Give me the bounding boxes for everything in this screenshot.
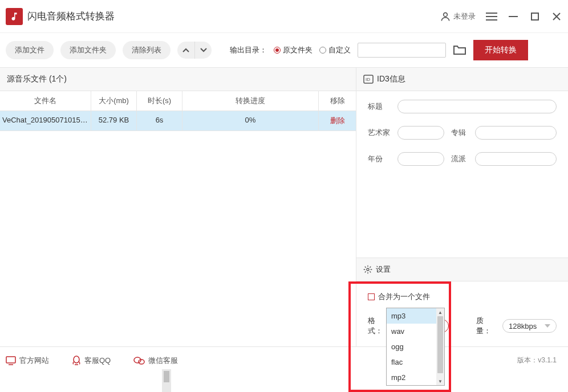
maximize-button[interactable] [529, 11, 541, 22]
maximize-icon [531, 13, 539, 21]
user-icon [440, 11, 451, 22]
radio-icon [319, 47, 326, 54]
toolbar: 添加文件 添加文件夹 清除列表 输出目录： 原文件夹 自定义 开始转换 [0, 33, 568, 67]
svg-text:ID: ID [366, 77, 370, 82]
svg-point-13 [74, 356, 79, 363]
official-website-link[interactable]: 官方网站 [6, 356, 49, 366]
id3-title-label: 标题 [368, 101, 391, 112]
id3-album-input[interactable] [475, 126, 557, 140]
caret-down-icon [545, 324, 550, 328]
start-convert-button[interactable]: 开始转换 [473, 40, 528, 60]
close-button[interactable] [551, 11, 562, 22]
col-remove: 移除 [319, 91, 356, 111]
wechat-support-link[interactable]: 微信客服 [133, 356, 178, 366]
col-progress: 转换进度 [182, 91, 319, 111]
hamburger-icon [486, 12, 497, 21]
svg-rect-11 [6, 357, 15, 363]
login-button[interactable]: 未登录 [440, 11, 476, 22]
titlebar: 闪电音频格式转换器 未登录 [0, 0, 568, 33]
cell-duration: 6s [137, 111, 182, 130]
folder-icon [453, 44, 466, 55]
svg-point-15 [139, 360, 144, 364]
checkbox-icon [368, 293, 375, 300]
id3-section-header: ID ID3信息 [356, 67, 568, 91]
format-option[interactable]: mp3 [387, 308, 444, 324]
scroll-down-icon: ▼ [436, 377, 444, 385]
merge-checkbox-row[interactable]: 合并为一个文件 [368, 292, 557, 302]
col-duration: 时长(s) [137, 91, 182, 111]
output-label: 输出目录： [230, 45, 267, 55]
cell-progress: 0% [182, 111, 319, 130]
move-down-button[interactable] [194, 42, 212, 59]
chevron-up-icon [182, 48, 189, 52]
add-folder-button[interactable]: 添加文件夹 [60, 41, 116, 59]
col-filename: 文件名 [0, 91, 91, 111]
table-header-row: 文件名 大小(mb) 时长(s) 转换进度 移除 [0, 91, 356, 111]
id3-year-input[interactable] [397, 152, 444, 166]
footer: 官方网站 客服QQ 微信客服 版本：v3.1.1 [0, 346, 568, 374]
menu-button[interactable] [486, 11, 497, 22]
format-option[interactable]: mp2 [387, 370, 444, 385]
id-icon: ID [363, 75, 374, 84]
dropdown-scrollbar[interactable]: ▲ ▼ [436, 308, 444, 385]
format-option[interactable]: wav [387, 324, 444, 339]
format-dropdown-list: mp3 wav ogg flac mp2 ▲ ▼ [386, 308, 445, 386]
gear-icon [363, 265, 372, 274]
qq-support-link[interactable]: 客服QQ [72, 356, 111, 366]
chevron-down-icon [200, 48, 207, 52]
qq-icon [72, 356, 81, 366]
svg-rect-5 [532, 13, 538, 20]
format-option[interactable]: ogg [387, 339, 444, 354]
table-row[interactable]: VeChat_2019050710151… 52.79 KB 6s 0% 删除 [0, 111, 356, 131]
radio-source-folder[interactable]: 原文件夹 [274, 45, 313, 55]
clear-list-button[interactable]: 清除列表 [123, 41, 171, 59]
minimize-icon [509, 12, 518, 21]
id3-album-label: 专辑 [451, 128, 468, 138]
scroll-up-icon: ▲ [436, 308, 444, 316]
quality-label: 质量： [476, 316, 498, 336]
scroll-thumb[interactable] [437, 316, 443, 373]
svg-point-10 [367, 268, 369, 271]
cell-filename: VeChat_2019050710151… [0, 111, 91, 130]
move-up-button[interactable] [177, 42, 194, 59]
delete-link[interactable]: 删除 [330, 116, 345, 125]
output-path-input[interactable] [358, 43, 446, 58]
app-logo-icon [6, 8, 23, 25]
col-size: 大小(mb) [91, 91, 137, 111]
monitor-icon [6, 356, 16, 365]
svg-point-0 [444, 13, 448, 17]
id3-title-input[interactable] [397, 100, 557, 113]
id3-artist-label: 艺术家 [368, 128, 391, 138]
browse-folder-button[interactable] [453, 44, 466, 57]
file-list-panel: 源音乐文件 (1个) 文件名 大小(mb) 时长(s) 转换进度 移除 VeCh… [0, 67, 356, 346]
right-panel: ID ID3信息 标题 艺术家 专辑 年份 流派 设置 [356, 67, 568, 346]
radio-custom[interactable]: 自定义 [319, 45, 351, 55]
id3-genre-label: 流派 [451, 154, 468, 164]
file-list-header: 源音乐文件 (1个) [0, 67, 356, 91]
radio-icon [274, 47, 281, 54]
move-buttons [177, 42, 212, 59]
cell-size: 52.79 KB [91, 111, 137, 130]
minimize-button[interactable] [508, 11, 519, 22]
format-option[interactable]: flac [387, 354, 444, 370]
settings-section-header: 设置 [356, 258, 568, 281]
id3-artist-input[interactable] [397, 126, 444, 140]
add-file-button[interactable]: 添加文件 [6, 41, 54, 59]
close-icon [552, 12, 561, 21]
version-label: 版本：v3.1.1 [517, 356, 557, 365]
id3-genre-input[interactable] [475, 152, 557, 166]
app-title: 闪电音频格式转换器 [27, 10, 440, 23]
external-scrollbar[interactable] [162, 369, 171, 392]
quality-dropdown[interactable]: 128kbps [502, 319, 557, 333]
wechat-icon [133, 356, 145, 365]
id3-year-label: 年份 [368, 154, 391, 164]
